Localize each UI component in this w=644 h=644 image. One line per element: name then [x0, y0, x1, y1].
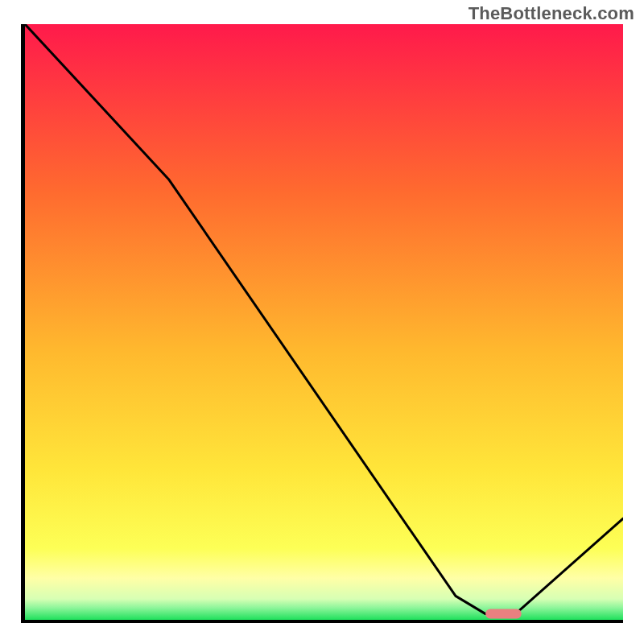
chart-plot [25, 24, 623, 620]
gradient-background [25, 24, 623, 620]
chart-frame: { "watermark": "TheBottleneck.com", "col… [0, 0, 644, 644]
optimal-marker [485, 609, 522, 619]
watermark-text: TheBottleneck.com [469, 3, 634, 24]
